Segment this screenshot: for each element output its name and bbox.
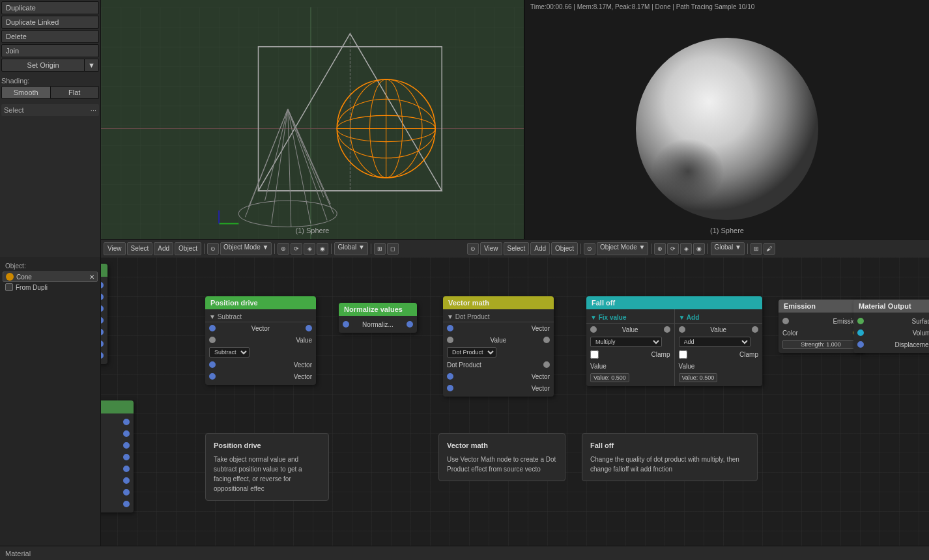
set-origin-arrow[interactable]: ▼: [85, 59, 99, 72]
object-mode-select-right[interactable]: Object Mode ▼: [597, 242, 648, 255]
socket-vm-val-out: [543, 337, 550, 343]
select-menu[interactable]: Select: [127, 242, 153, 255]
pos-drive-header[interactable]: Position drive: [205, 296, 316, 309]
socket-fo-val-in: [590, 326, 597, 333]
object-name: Cone: [16, 273, 32, 281]
node-falloff[interactable]: Fall off ▼ Fix value Value Multiply: [586, 296, 762, 386]
falloff-add-dropdown-row[interactable]: Add: [675, 335, 763, 348]
socket-pd-vector-out: [306, 325, 312, 331]
pos-drive-sub-label: ▼ Subtract: [205, 312, 316, 322]
toolbar-divider-r3: [707, 244, 708, 254]
node-normalize[interactable]: Normalize values Normaliz...: [339, 303, 417, 333]
falloff-clamp-checkbox[interactable]: [590, 350, 599, 359]
left-viewport-bottom-label: (1) Sphere: [296, 227, 330, 234]
transform-icon-r[interactable]: ⟳: [667, 243, 679, 255]
object-mode-select[interactable]: Object Mode ▼: [220, 242, 272, 255]
snap-icon[interactable]: ◈: [304, 243, 315, 255]
from-dupli-checkbox[interactable]: [5, 283, 13, 291]
object-field[interactable]: Cone ✕: [3, 272, 98, 282]
socket-pd-vec2: [209, 373, 216, 380]
socket-parametric: [123, 477, 130, 484]
right-viewport[interactable]: Time:00:00.66 | Mem:8.17M, Peak:8.17M | …: [525, 0, 929, 257]
pivot-icon[interactable]: ⊕: [278, 243, 289, 255]
socket-pointiness: [123, 501, 130, 507]
falloff-value-field-row[interactable]: Value: 0.500: [586, 372, 674, 384]
falloff-add-clamp-checkbox[interactable]: [679, 350, 687, 359]
viewport-icon-r[interactable]: ⊙: [584, 243, 595, 255]
socket-incoming: [123, 466, 130, 472]
falloff-value-num-row: Value: [586, 360, 674, 372]
socket-backfacing: [123, 489, 130, 496]
close-icon[interactable]: ✕: [89, 273, 94, 281]
select-menu-right[interactable]: Select: [504, 242, 530, 255]
add-menu-right[interactable]: Add: [530, 242, 550, 255]
vec-math-vector-in: Vector: [443, 322, 554, 334]
smooth-button[interactable]: Smooth: [1, 86, 51, 99]
toolbar-divider-2: [274, 244, 275, 254]
shading-label: Shading:: [1, 76, 99, 86]
node-vec-math[interactable]: Vector math ▼ Dot Product Vector Value D…: [443, 296, 554, 397]
falloff-header[interactable]: Fall off: [586, 296, 762, 309]
pos-drive-vector-in: Vector: [205, 322, 316, 334]
view-icon-right[interactable]: ⊙: [467, 243, 479, 255]
duplicate-linked-button[interactable]: Duplicate Linked: [1, 16, 99, 29]
grid-icon-r[interactable]: ⊞: [750, 243, 762, 255]
add-menu[interactable]: Add: [154, 242, 173, 255]
emission-header[interactable]: Emission: [779, 300, 863, 313]
from-dupli-row[interactable]: From Dupli: [3, 282, 98, 292]
vec-math-sub-label: ▼ Dot Product: [443, 312, 554, 322]
pos-drive-dropdown-row[interactable]: Subtract: [205, 346, 316, 359]
node-emission[interactable]: Emission Emission Color Strength: 1.000: [779, 300, 863, 353]
desc-vec-math-title: Vector math: [447, 440, 557, 451]
falloff-add-clamp-row: Clamp: [675, 348, 763, 360]
global-select-right[interactable]: Global ▼: [711, 242, 745, 255]
vec-math-dropdown[interactable]: Dot Product: [447, 347, 496, 357]
proportional-icon-r[interactable]: ◉: [693, 243, 705, 255]
paint-icon-r[interactable]: 🖌: [764, 243, 775, 255]
proportional-icon[interactable]: ◉: [317, 243, 328, 255]
grid-icon[interactable]: ⊞: [374, 243, 386, 255]
vec-math-header[interactable]: Vector math: [443, 296, 554, 309]
falloff-value-field[interactable]: Value: 0.500: [590, 373, 629, 382]
socket-pd-vector-in: [209, 325, 216, 331]
vec-math-vector-out2: Vector: [443, 382, 554, 394]
falloff-add-value-field[interactable]: Value: 0.500: [679, 373, 718, 382]
snap-icon-r[interactable]: ◈: [680, 243, 692, 255]
toolbar-right: ⊙ View Select Add Object ⊙ Object Mode ▼…: [464, 239, 929, 257]
global-select-left[interactable]: Global ▼: [334, 242, 368, 255]
falloff-add-value-in: Value: [675, 324, 763, 335]
duplicate-button[interactable]: Duplicate: [1, 1, 99, 14]
flat-button[interactable]: Flat: [51, 86, 100, 99]
normalize-header[interactable]: Normalize values: [339, 303, 417, 316]
set-origin-button[interactable]: Set Origin: [1, 59, 85, 72]
vec-math-dropdown-row[interactable]: Dot Product: [443, 346, 554, 359]
falloff-add-value-num-row: Value: [675, 360, 763, 372]
node-mat-output[interactable]: Material Output Surface Volume Displacem…: [853, 300, 929, 353]
view-menu[interactable]: View: [104, 242, 126, 255]
falloff-add-dropdown[interactable]: Add: [679, 337, 750, 347]
socket-pd-value-in: [209, 337, 216, 343]
object-menu[interactable]: Object: [175, 242, 201, 255]
node-editor[interactable]: Object: Cone ✕ From Dupli Texture Coordi…: [0, 257, 929, 560]
falloff-add-value-field-row[interactable]: Value: 0.500: [675, 372, 763, 384]
falloff-multiply-dropdown[interactable]: Multiply: [590, 337, 662, 347]
node-pos-drive[interactable]: Position drive ▼ Subtract Vector Value S…: [205, 296, 316, 385]
toolbar-divider-3: [331, 244, 332, 254]
emission-strength-field[interactable]: Strength: 1.000: [782, 340, 859, 349]
falloff-dropdown-row[interactable]: Multiply: [586, 335, 674, 348]
view-menu-right[interactable]: View: [480, 242, 502, 255]
object-menu-right[interactable]: Object: [551, 242, 578, 255]
from-dupli-label: From Dupli: [16, 284, 48, 291]
transform-icon[interactable]: ⟳: [291, 243, 302, 255]
mat-output-header[interactable]: Material Output: [853, 300, 929, 313]
pos-drive-dropdown[interactable]: Subtract: [209, 347, 250, 357]
viewport-icon-1[interactable]: ⊙: [207, 243, 219, 255]
pivot-icon-r[interactable]: ⊕: [654, 243, 666, 255]
pos-drive-vector2-out: Vector: [205, 371, 316, 382]
socket-vm-vec-out1: [447, 373, 453, 380]
right-viewport-bottom-label: (1) Sphere: [710, 227, 744, 234]
delete-button[interactable]: Delete: [1, 30, 99, 43]
left-viewport[interactable]: User Ortho: [101, 0, 525, 257]
join-button[interactable]: Join: [1, 44, 99, 57]
visible-icon[interactable]: ◻: [387, 243, 399, 255]
